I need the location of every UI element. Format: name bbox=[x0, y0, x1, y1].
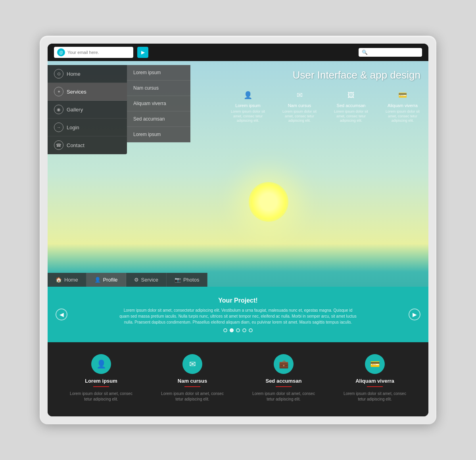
sidebar-label-home: Home bbox=[67, 71, 81, 77]
tab-photos-icon: 📷 bbox=[175, 277, 181, 283]
feature-title-1: Lorem ipsum bbox=[235, 103, 261, 108]
search-input[interactable] bbox=[370, 50, 410, 55]
home-icon: ⊙ bbox=[54, 69, 63, 79]
contact-icon: ☎ bbox=[54, 140, 63, 150]
dot-1[interactable] bbox=[223, 328, 227, 332]
tab-photos[interactable]: 📷 Photos bbox=[167, 273, 207, 287]
feature-item-1: 👤 Lorem ipsum Lorem ipsum dolor sit amet… bbox=[230, 89, 266, 123]
feature-item-2: ✉ Nam cursus Lorem ipsum dolor sit amet,… bbox=[282, 89, 317, 123]
project-title: Your Project! bbox=[218, 297, 257, 304]
footer-item-title-2: Nam cursus bbox=[178, 378, 207, 384]
dot-4[interactable] bbox=[242, 328, 246, 332]
footer-item-title-1: Lorem ipsum bbox=[85, 378, 117, 384]
search-wrap[interactable]: 🔍 bbox=[359, 48, 422, 57]
email-input[interactable] bbox=[67, 50, 115, 55]
sidebar-label-services: Services bbox=[67, 89, 86, 95]
sidebar-label-gallery: Gallery bbox=[67, 107, 83, 113]
footer-item-desc-2: Lorem ipsum dolor sit amet, consec tetur… bbox=[157, 391, 228, 402]
footer-item-title-4: Aliquam viverra bbox=[355, 378, 394, 384]
sidebar-item-services[interactable]: ✦ Services bbox=[48, 83, 127, 101]
dot-5[interactable] bbox=[249, 328, 253, 332]
prev-button[interactable]: ◀ bbox=[56, 309, 67, 320]
sidebar-item-home[interactable]: ⊙ Home bbox=[48, 65, 127, 83]
feature-icon-card: 💳 bbox=[396, 89, 409, 102]
sidebar-item-login[interactable]: → Login bbox=[48, 119, 127, 136]
feature-icon-mail: ✉ bbox=[293, 89, 306, 102]
footer-item-1: 👤 Lorem ipsum Lorem ipsum dolor sit amet… bbox=[65, 354, 137, 402]
sidebar-label-login: Login bbox=[67, 125, 79, 130]
footer-item-2: ✉ Nam cursus Lorem ipsum dolor sit amet,… bbox=[157, 354, 228, 402]
top-bar: @ ▶ 🔍 bbox=[48, 44, 428, 61]
tab-profile[interactable]: 👤 Profile bbox=[86, 273, 126, 287]
tab-profile-icon: 👤 bbox=[94, 277, 101, 283]
tab-home[interactable]: 🏠 Home bbox=[48, 273, 86, 287]
email-icon: @ bbox=[57, 48, 65, 56]
feature-item-3: 🖼 Sed accumsan Lorem ipsum dolor sit ame… bbox=[333, 89, 369, 123]
email-input-wrap[interactable]: @ bbox=[54, 47, 133, 58]
hero-section: ⊙ Home ✦ Services ◉ Gallery → Login ☎ bbox=[48, 61, 428, 342]
tab-service-label: Service bbox=[141, 277, 158, 283]
footer-item-line-4 bbox=[367, 386, 383, 387]
feature-title-2: Nam cursus bbox=[288, 103, 311, 108]
footer-items-row: 👤 Lorem ipsum Lorem ipsum dolor sit amet… bbox=[56, 354, 420, 402]
tab-home-label: Home bbox=[64, 277, 78, 283]
footer-item-line-1 bbox=[93, 386, 109, 387]
footer-icon-card: 💳 bbox=[365, 354, 385, 374]
feature-title-4: Aliquam viverra bbox=[388, 103, 418, 108]
footer: 👤 Lorem ipsum Lorem ipsum dolor sit amet… bbox=[48, 342, 428, 416]
submenu-item-2[interactable]: Nam cursus bbox=[127, 80, 190, 96]
feature-desc-3: Lorem ipsum dolor sit amet, consec tetur… bbox=[333, 109, 369, 123]
feature-icon-person: 👤 bbox=[242, 89, 254, 102]
feature-title-3: Sed accumsan bbox=[337, 103, 366, 108]
sidebar-label-contact: Contact bbox=[67, 142, 84, 148]
sidebar-item-gallery[interactable]: ◉ Gallery bbox=[48, 101, 127, 119]
monitor-screen: @ ▶ 🔍 ⊙ Home ✦ Services bbox=[48, 44, 428, 416]
tab-photos-label: Photos bbox=[183, 277, 199, 283]
submenu-item-3[interactable]: Aliquam viverra bbox=[127, 96, 190, 111]
feature-icons-row: 👤 Lorem ipsum Lorem ipsum dolor sit amet… bbox=[230, 89, 420, 123]
project-text: Lorem ipsum dolor sit amet, consectetur … bbox=[119, 307, 357, 325]
monitor-outer: @ ▶ 🔍 ⊙ Home ✦ Services bbox=[40, 36, 436, 424]
next-button[interactable]: ▶ bbox=[409, 309, 420, 320]
footer-item-title-3: Sed accumsan bbox=[265, 378, 301, 384]
sun-graphic bbox=[249, 182, 288, 222]
footer-icon-mail: ✉ bbox=[182, 354, 202, 374]
sidebar-nav: ⊙ Home ✦ Services ◉ Gallery → Login ☎ bbox=[48, 65, 127, 154]
footer-item-line-3 bbox=[276, 386, 292, 387]
services-icon: ✦ bbox=[54, 87, 63, 96]
dot-2[interactable] bbox=[230, 328, 234, 332]
tab-bar: 🏠 Home 👤 Profile ⚙ Service 📷 Photos bbox=[48, 273, 428, 287]
play-button[interactable]: ▶ bbox=[137, 47, 148, 58]
tab-home-icon: 🏠 bbox=[56, 277, 62, 283]
feature-item-4: 💳 Aliquam viverra Lorem ipsum dolor sit … bbox=[385, 89, 420, 123]
footer-item-4: 💳 Aliquam viverra Lorem ipsum dolor sit … bbox=[339, 354, 411, 402]
hero-title: User Interface & app design bbox=[293, 69, 420, 81]
search-icon: 🔍 bbox=[362, 50, 368, 55]
footer-item-3: 💼 Sed accumsan Lorem ipsum dolor sit ame… bbox=[248, 354, 319, 402]
dot-3[interactable] bbox=[236, 328, 240, 332]
project-section: ◀ Your Project! Lorem ipsum dolor sit am… bbox=[48, 287, 428, 342]
footer-icon-briefcase: 💼 bbox=[274, 354, 294, 374]
carousel-dots bbox=[223, 328, 253, 332]
gallery-icon: ◉ bbox=[54, 105, 63, 114]
footer-item-desc-3: Lorem ipsum dolor sit amet, consec tetur… bbox=[248, 391, 319, 402]
submenu-item-5[interactable]: Lorem ipsum bbox=[127, 127, 190, 142]
tab-service[interactable]: ⚙ Service bbox=[126, 273, 167, 287]
tab-profile-label: Profile bbox=[103, 277, 118, 283]
feature-desc-2: Lorem ipsum dolor sit amet, consec tetur… bbox=[282, 109, 317, 123]
footer-icon-person: 👤 bbox=[91, 354, 111, 374]
login-icon: → bbox=[54, 123, 63, 132]
feature-desc-4: Lorem ipsum dolor sit amet, consec tetur… bbox=[385, 109, 420, 123]
sidebar-item-contact[interactable]: ☎ Contact bbox=[48, 136, 127, 154]
submenu-item-1[interactable]: Lorem ipsum bbox=[127, 65, 190, 80]
footer-item-line-2 bbox=[184, 386, 200, 387]
footer-item-desc-1: Lorem ipsum dolor sit amet, consec tetur… bbox=[65, 391, 137, 402]
footer-item-desc-4: Lorem ipsum dolor sit amet, consec tetur… bbox=[339, 391, 411, 402]
submenu: Lorem ipsum Nam cursus Aliquam viverra S… bbox=[127, 65, 190, 142]
feature-icon-image: 🖼 bbox=[345, 89, 357, 102]
submenu-item-4[interactable]: Sed accumsan bbox=[127, 111, 190, 127]
feature-desc-1: Lorem ipsum dolor sit amet, consec tetur… bbox=[230, 109, 266, 123]
tab-service-icon: ⚙ bbox=[134, 277, 139, 283]
